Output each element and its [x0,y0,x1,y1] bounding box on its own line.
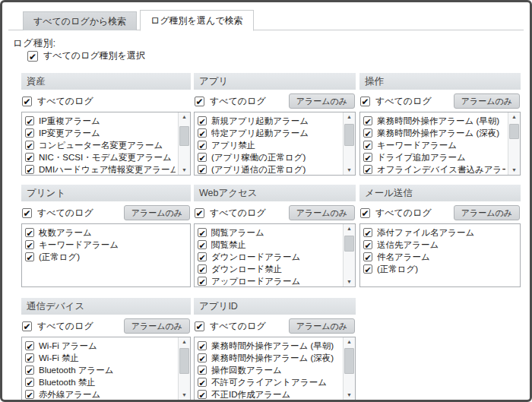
alarm-only-button[interactable]: アラームのみ [454,205,520,220]
log-type-checkbox[interactable]: ✔ 不許可クライアントアラーム [198,376,340,388]
log-type-checkbox[interactable]: ✔ 件名アラーム [363,251,517,263]
scrollbar-thumb[interactable] [344,348,354,374]
scrollbar[interactable]: ▲ ▼ [343,224,355,286]
alarm-only-button[interactable]: アラームのみ [289,93,355,109]
all-logs-checkbox[interactable]: ✔ すべてのログ [360,95,432,108]
log-type-listbox[interactable]: ✔ 閲覧アラーム ✔ 閲覧禁止 ✔ ダウンロードアラーム ✔ ダウンロード禁止 … [194,223,356,287]
log-type-checkbox[interactable]: ✔ アプリ禁止 [198,139,340,151]
log-type-checkbox[interactable]: ✔ 業務時間外操作アラーム (深夜) [198,352,340,364]
log-type-checkbox[interactable]: ✔ NIC・SCSI・モデム変更アラーム [25,151,176,163]
log-type-checkbox[interactable]: ✔ 操作回数アラーム [198,364,340,376]
checkbox-checked-icon: ✔ [195,97,204,106]
log-type-checkbox[interactable]: ✔ ダウンロード禁止 [198,263,340,275]
alarm-only-button[interactable]: アラームのみ [454,93,520,109]
scrollbar-track[interactable] [509,122,519,166]
log-type-checkbox[interactable]: ✔ 新規アプリ起動アラーム [198,115,340,127]
scroll-up-arrow-icon[interactable]: ▲ [508,112,520,122]
log-type-items: ✔ 添付ファイル名アラーム ✔ 送信先アラーム ✔ 件名アラーム ✔ (正常ログ… [360,224,520,275]
log-type-checkbox[interactable]: ✔ (正常ログ) [25,251,187,263]
scroll-down-arrow-icon[interactable]: ▼ [344,166,355,175]
log-type-checkbox[interactable]: ✔ 特定アプリ起動アラーム [198,127,340,139]
scrollbar-thumb[interactable] [179,348,189,374]
tab-search-by-log-type[interactable]: ログ種別を選んで検索 [140,10,253,31]
log-type-checkbox[interactable]: ✔ (アプリ稼働の正常ログ) [198,151,340,163]
log-type-checkbox[interactable]: ✔ Wi-Fi 禁止 [25,352,176,364]
scrollbar[interactable]: ▲ ▼ [343,112,355,175]
scrollbar-track[interactable] [344,122,354,166]
all-logs-checkbox[interactable]: ✔ すべてのログ [22,207,93,220]
log-type-checkbox[interactable]: ✔ Bluetooth アラーム [25,364,176,376]
all-logs-checkbox[interactable]: ✔ すべてのログ [22,95,93,108]
log-type-checkbox[interactable]: ✔ 赤外線アラーム [25,388,176,400]
scroll-up-arrow-icon[interactable]: ▲ [179,112,190,122]
log-type-checkbox[interactable]: ✔ 業務時間外操作アラーム (深夜) [363,127,505,139]
scrollbar-track[interactable] [179,347,189,391]
scrollbar-thumb[interactable] [179,126,189,146]
scroll-up-arrow-icon[interactable]: ▲ [344,112,355,122]
checkbox-checked-icon: ✔ [360,97,370,106]
scrollbar[interactable]: ▲ ▼ [178,337,190,400]
scrollbar-track[interactable] [179,122,189,166]
all-logs-checkbox[interactable]: ✔ すべてのログ [195,207,266,220]
log-type-checkbox[interactable]: ✔ Bluetooth 禁止 [25,376,176,388]
log-type-checkbox[interactable]: ✔ 不正ID作成アラーム [198,388,340,400]
all-logs-checkbox[interactable]: ✔ すべてのログ [195,320,266,333]
log-type-checkbox[interactable]: ✔ IP変更アラーム [25,127,176,139]
log-category-panel: プリント ✔ すべてのログ アラームのみ ✔ 枚数アラーム ✔ キーワードアラー… [21,185,191,287]
log-type-checkbox[interactable]: ✔ ダウンロードアラーム [198,251,340,263]
tab-search-all-logs[interactable]: すべてのログから検索 [23,11,137,30]
all-logs-checkbox[interactable]: ✔ すべてのログ [22,320,93,333]
scrollbar-thumb[interactable] [509,124,519,139]
panel-controls: ✔ すべてのログ アラームのみ [194,317,356,335]
scrollbar[interactable]: ▲ ▼ [178,112,190,175]
alarm-only-button[interactable]: アラームのみ [124,318,190,334]
scroll-down-arrow-icon[interactable]: ▼ [508,166,520,175]
log-type-checkbox[interactable]: ✔ 添付ファイル名アラーム [363,226,517,239]
log-type-listbox[interactable]: ✔ 業務時間外操作アラーム (早朝) ✔ 業務時間外操作アラーム (深夜) ✔ … [194,337,356,400]
all-logs-checkbox[interactable]: ✔ すべてのログ [360,207,432,220]
log-type-checkbox[interactable]: ✔ 閲覧禁止 [198,239,340,251]
alarm-only-button[interactable]: アラームのみ [124,205,190,220]
log-type-checkbox[interactable]: ✔ IP重複アラーム [25,115,176,127]
log-type-checkbox[interactable]: ✔ キーワードアラーム [363,139,505,151]
log-type-checkbox[interactable]: ✔ 業務時間外操作アラーム (早朝) [363,115,505,127]
alarm-only-button[interactable]: アラームのみ [289,318,355,334]
log-type-checkbox[interactable]: ✔ DMIハードウェア情報変更アラーム [25,163,176,176]
scrollbar-thumb[interactable] [344,236,354,252]
scrollbar[interactable]: ▲ ▼ [343,337,355,400]
log-type-checkbox[interactable]: ✔ 送信先アラーム [363,239,517,251]
log-type-checkbox[interactable]: ✔ 業務時間外操作アラーム (早朝) [198,340,340,352]
log-type-checkbox[interactable]: ✔ アップロードアラーム [198,275,340,287]
log-type-listbox[interactable]: ✔ 業務時間外操作アラーム (早朝) ✔ 業務時間外操作アラーム (深夜) ✔ … [359,112,521,176]
log-type-checkbox[interactable]: ✔ コンピューター名変更アラーム [25,139,176,151]
log-type-checkbox[interactable]: ✔ 閲覧アラーム [198,226,340,239]
scrollbar[interactable]: ▲ ▼ [508,112,520,175]
log-type-checkbox[interactable]: ✔ Wi-Fi アラーム [25,340,176,352]
log-type-checkbox[interactable]: ✔ (アプリ通信の正常ログ) [198,163,340,176]
scrollbar-thumb[interactable] [344,124,354,146]
log-type-listbox[interactable]: ✔ IP重複アラーム ✔ IP変更アラーム ✔ コンピューター名変更アラーム ✔… [21,112,191,176]
log-type-checkbox[interactable]: ✔ ドライブ追加アラーム [363,151,505,163]
scroll-up-arrow-icon[interactable]: ▲ [344,337,355,347]
all-logs-checkbox[interactable]: ✔ すべてのログ [195,95,266,108]
scroll-up-arrow-icon[interactable]: ▲ [179,337,190,347]
scroll-down-arrow-icon[interactable]: ▼ [179,166,190,175]
scroll-down-arrow-icon[interactable]: ▼ [344,391,355,400]
select-all-log-types-checkbox[interactable]: ✔ すべてのログ種別を選択 [27,49,145,62]
log-type-listbox[interactable]: ✔ 添付ファイル名アラーム ✔ 送信先アラーム ✔ 件名アラーム ✔ (正常ログ… [359,223,521,287]
scroll-down-arrow-icon[interactable]: ▼ [179,391,190,400]
log-type-checkbox[interactable]: ✔ (正常ログ) [363,263,517,275]
scrollbar-track[interactable] [344,233,354,277]
alarm-only-button[interactable]: アラームのみ [289,205,355,220]
scrollbar-track[interactable] [344,347,354,391]
scroll-up-arrow-icon[interactable]: ▲ [344,224,355,233]
panel-title: メール送信 [359,185,521,201]
log-type-listbox[interactable]: ✔ Wi-Fi アラーム ✔ Wi-Fi 禁止 ✔ Bluetooth アラーム… [21,337,191,400]
log-type-label: (正常ログ) [377,264,418,275]
log-type-checkbox[interactable]: ✔ オフラインデバイス書込みアラーム [363,163,505,176]
log-type-checkbox[interactable]: ✔ 枚数アラーム [25,226,187,239]
log-type-checkbox[interactable]: ✔ キーワードアラーム [25,239,187,251]
scroll-down-arrow-icon[interactable]: ▼ [344,277,355,286]
log-type-listbox[interactable]: ✔ 新規アプリ起動アラーム ✔ 特定アプリ起動アラーム ✔ アプリ禁止 ✔ (ア… [194,112,356,176]
log-type-listbox[interactable]: ✔ 枚数アラーム ✔ キーワードアラーム ✔ (正常ログ) [21,223,191,287]
